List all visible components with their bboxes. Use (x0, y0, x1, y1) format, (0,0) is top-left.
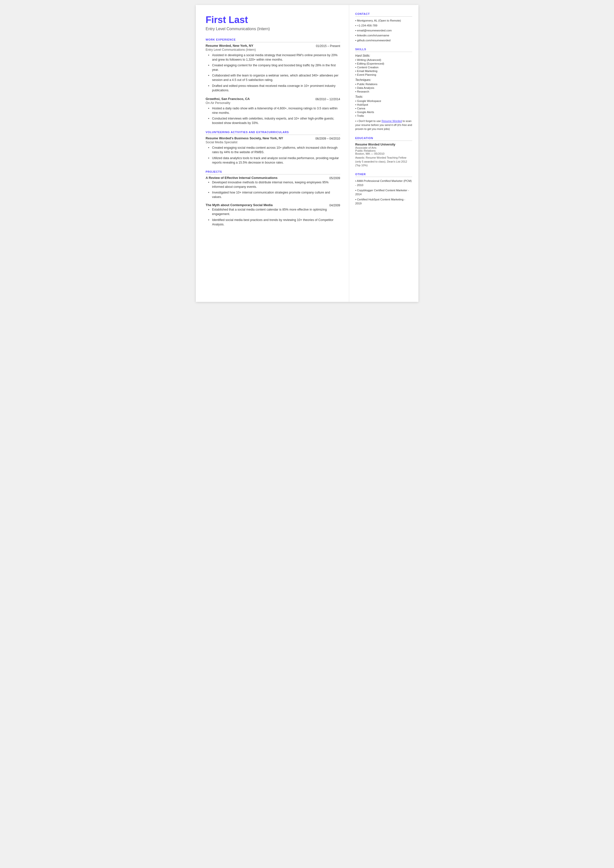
project-bullets-1: Developed innovative methods to distribu… (206, 180, 340, 199)
hard-skill-0: Writing (Advanced) (355, 58, 412, 61)
education-title: EDUCATION (355, 137, 412, 141)
techniques-label: Techniques: (355, 78, 412, 82)
contact-item-0: Montgomery, AL (Open to Remote) (355, 19, 412, 23)
job-role-2: On Air Personality (206, 101, 340, 105)
other-item-1: Copyblogger Certified Content Marketer -… (355, 188, 412, 196)
tool-1: HubSpot (355, 103, 412, 106)
volunteer-bullets-1: Created engaging social media content ac… (206, 146, 340, 165)
edu-awards-0: Awards: Resume Worded Teaching Fellow (o… (355, 156, 412, 167)
job-dates-2: 06/2010 – 12/2014 (315, 98, 340, 101)
project-date-1: 05/2009 (329, 176, 340, 180)
education-section: EDUCATION Resume Worded University Assoc… (355, 137, 412, 167)
bullet: Identified social media best practices a… (208, 218, 340, 227)
job-block-1: Resume Worded, New York, NY 01/2015 – Pr… (206, 44, 340, 93)
other-title: OTHER (355, 173, 412, 177)
job-bullets-2: Hosted a daily radio show with a listene… (206, 106, 340, 126)
technique-0: Public Relations (355, 83, 412, 85)
resume-worded-link[interactable]: Resume Worded (381, 120, 402, 123)
skills-title: SKILLS (355, 48, 412, 52)
bullet: Established that a social media content … (208, 207, 340, 216)
tools-label: Tools: (355, 95, 412, 98)
hard-skill-2: Content Creation (355, 66, 412, 69)
volunteering-section: VOLUNTEERING ACTIVITIES AND EXTRACURRICU… (206, 130, 340, 165)
subtitle-heading: Entry Level Communications (Intern) (206, 27, 340, 31)
hard-skill-3: Email Marketing (355, 70, 412, 73)
work-experience-section: WORK EXPERIENCE Resume Worded, New York,… (206, 38, 340, 126)
projects-title: PROJECTS (206, 170, 340, 174)
edu-field-0: Public Relations (355, 149, 412, 152)
tool-0: Google Workspace (355, 99, 412, 102)
hard-skill-4: Event Planning (355, 73, 412, 76)
bullet: Conducted interviews with celebrities, i… (208, 116, 340, 125)
contact-item-4: github.com/resumeworded (355, 38, 412, 42)
contact-item-3: linkedin.com/in/username (355, 33, 412, 37)
bullet: Hosted a daily radio show with a listene… (208, 106, 340, 115)
job-role-1: Entry Level Communications (Intern) (206, 48, 340, 51)
other-item-2: Certified HubSpot Content Marketing - 20… (355, 197, 412, 205)
contact-title: CONTACT (355, 12, 412, 17)
project-block-2: The Myth about Contemporary Social Media… (206, 203, 340, 227)
project-date-2: 04/2009 (329, 203, 340, 207)
bullet: Created engaging social media content ac… (208, 146, 340, 154)
volunteer-block-1: Resume Worded's Business Society, New Yo… (206, 136, 340, 165)
bullet: Drafted and edited press releases that r… (208, 84, 340, 93)
work-experience-title: WORK EXPERIENCE (206, 38, 340, 42)
volunteer-company-1: Resume Worded's Business Society, New Yo… (206, 136, 284, 140)
tool-4: Trello (355, 114, 412, 117)
bullet: Created engaging content for the company… (208, 63, 340, 72)
project-title-1: A Review of Effective Internal Communica… (206, 176, 278, 180)
job-bullets-1: Assisted in developing a social media st… (206, 53, 340, 93)
hard-skill-1: Editing (Experienced) (355, 62, 412, 65)
projects-section: PROJECTS A Review of Effective Internal … (206, 170, 340, 227)
edu-degree-0: Associate of Arts (355, 146, 412, 149)
project-bullets-2: Established that a social media content … (206, 207, 340, 227)
tool-3: Google Alerts (355, 110, 412, 113)
bullet: Collaborated with the team to organize a… (208, 73, 340, 82)
job-company-1: Resume Worded, New York, NY (206, 44, 253, 48)
contact-section: CONTACT Montgomery, AL (Open to Remote) … (355, 12, 412, 42)
skills-section: SKILLS Hard Skills: Writing (Advanced) E… (355, 48, 412, 131)
contact-item-2: email@resumeworded.com (355, 28, 412, 33)
volunteer-dates-1: 06/2009 – 04/2010 (315, 137, 340, 140)
edu-date-0: Boston, MA — 05/2010 (355, 152, 412, 155)
project-title-2: The Myth about Contemporary Social Media (206, 203, 273, 207)
job-block-2: Growthsi, San Francisco, CA 06/2010 – 12… (206, 97, 340, 126)
edu-school-0: Resume Worded University (355, 143, 412, 146)
project-block-1: A Review of Effective Internal Communica… (206, 176, 340, 199)
edu-block-0: Resume Worded University Associate of Ar… (355, 143, 412, 167)
name-heading: First Last (206, 15, 340, 25)
job-dates-1: 01/2015 – Present (316, 44, 340, 48)
bullet: Investigated how 10+ internal communicat… (208, 190, 340, 199)
skills-note: • Don't forget to use Resume Worded to s… (355, 119, 412, 131)
bullet: Utilized data analytics tools to track a… (208, 156, 340, 165)
bullet: Developed innovative methods to distribu… (208, 180, 340, 189)
volunteer-role-1: Social Media Specialist (206, 141, 340, 144)
other-item-0: AMA Professional Certified Marketer (PCM… (355, 179, 412, 187)
bullet: Assisted in developing a social media st… (208, 53, 340, 62)
other-section: OTHER AMA Professional Certified Markete… (355, 173, 412, 205)
technique-2: Research (355, 90, 412, 93)
technique-1: Data Analysis (355, 86, 412, 89)
contact-item-1: +1-234-456-789 (355, 23, 412, 28)
hard-skills-label: Hard Skills: (355, 54, 412, 57)
tool-2: Canva (355, 107, 412, 110)
job-company-2: Growthsi, San Francisco, CA (206, 97, 250, 101)
volunteering-title: VOLUNTEERING ACTIVITIES AND EXTRACURRICU… (206, 130, 340, 135)
